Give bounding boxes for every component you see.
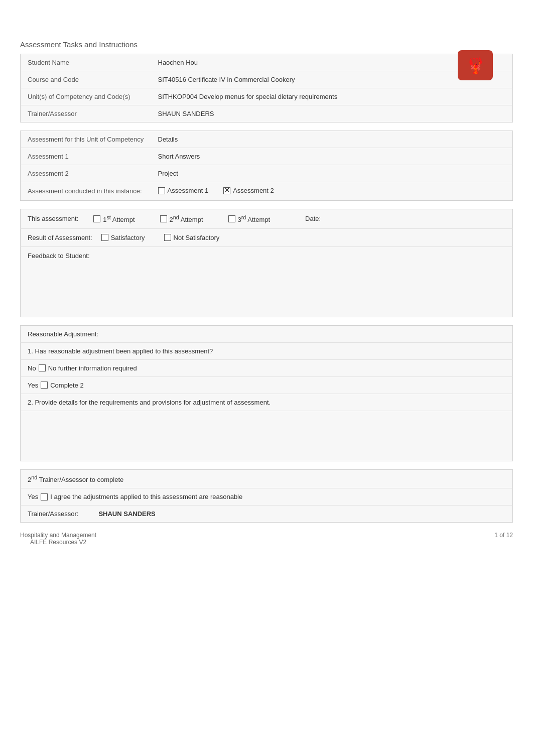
- trainer-section: 2nd Trainer/Assessor to complete Yes I a…: [20, 469, 513, 523]
- assess-checkbox[interactable]: ✕: [223, 187, 230, 194]
- attempt-section: This assessment: 1st Attempt 2nd Attempt…: [20, 209, 513, 317]
- assess-row: Assessment for this Unit of CompetencyDe…: [21, 131, 513, 148]
- info-label: Course and Code: [21, 71, 151, 88]
- trainer-agree-option[interactable]: Yes I agree the adjustments applied to t…: [28, 493, 242, 500]
- feedback-row: Feedback to Student:: [21, 246, 513, 317]
- assess-value: Details: [151, 131, 513, 148]
- assess-label: Assessment 2: [21, 165, 151, 182]
- footer-page: 1 of 12: [494, 532, 513, 546]
- assess-label: Assessment for this Unit of Competency: [21, 131, 151, 148]
- attempt-row: This assessment: 1st Attempt 2nd Attempt…: [21, 209, 513, 228]
- attempt-1-checkbox[interactable]: [93, 215, 100, 222]
- attempt-2[interactable]: 2nd Attempt: [160, 214, 203, 223]
- info-row: Course and CodeSIT40516 Certificate IV i…: [21, 71, 513, 88]
- assess-label: Assessment 1: [21, 148, 151, 165]
- info-label: Student Name: [21, 54, 151, 71]
- attempt-1-label: 1st Attempt: [103, 214, 135, 223]
- trainer-agree-checkbox[interactable]: [41, 493, 48, 500]
- result-label: Result of Assessment:: [28, 234, 92, 241]
- satisfactory-option[interactable]: Satisfactory: [101, 234, 145, 241]
- trainer-heading: 2nd Trainer/Assessor to complete: [28, 476, 123, 483]
- assess-value: Short Answers: [151, 148, 513, 165]
- trainer-name: SHAUN SANDERS: [98, 510, 155, 518]
- assess-row: Assessment 2Project: [21, 165, 513, 182]
- trainer-name-row: Trainer/Assessor: SHAUN SANDERS: [21, 506, 513, 523]
- not-satisfactory-option[interactable]: Not Satisfactory: [164, 234, 220, 241]
- attempt-3[interactable]: 3rd Attempt: [228, 214, 271, 223]
- ra-no-row: No No further information required: [21, 359, 513, 376]
- assess-row: Assessment 1Short Answers: [21, 148, 513, 165]
- info-row: Student NameHaochen Hou: [21, 54, 513, 71]
- ra-yes-option[interactable]: Yes Complete 2: [28, 382, 84, 389]
- assess-cb-assessment1[interactable]: Assessment 1: [158, 187, 209, 194]
- attempt-2-label: 2nd Attempt: [170, 214, 203, 223]
- trainer-agree-row: Yes I agree the adjustments applied to t…: [21, 488, 513, 506]
- ra-yes-checkbox[interactable]: [41, 382, 48, 389]
- ra-question2: 2. Provide details for the requirements …: [28, 399, 271, 406]
- assess-cb-assessment2[interactable]: ✕ Assessment 2: [223, 187, 274, 194]
- ra-q1-row: 1. Has reasonable adjustment been applie…: [21, 342, 513, 359]
- ra-question1: 1. Has reasonable adjustment been applie…: [28, 347, 213, 355]
- assess-cb-label: Assessment 1: [168, 187, 209, 194]
- ra-no-label: No: [28, 364, 36, 372]
- ra-no-info: No further information required: [48, 364, 137, 372]
- date-label: Date:: [305, 215, 321, 222]
- attempt-1[interactable]: 1st Attempt: [93, 214, 135, 223]
- ra-yes-complete: Complete 2: [50, 382, 83, 389]
- ra-no-checkbox[interactable]: [39, 364, 46, 371]
- not-satisfactory-label: Not Satisfactory: [174, 234, 220, 241]
- trainer-heading-row: 2nd Trainer/Assessor to complete: [21, 469, 513, 488]
- attempt-3-checkbox[interactable]: [228, 215, 235, 222]
- trainer-label: Trainer/Assessor:: [28, 510, 78, 518]
- page-title: Assessment Tasks and Instructions: [20, 40, 513, 49]
- logo-icon: 🦞: [458, 50, 493, 80]
- assess-checkbox[interactable]: [158, 187, 165, 194]
- info-row: Trainer/AssessorSHAUN SANDERS: [21, 105, 513, 122]
- satisfactory-label: Satisfactory: [111, 234, 145, 241]
- ra-details-row: [21, 411, 513, 461]
- ra-title-row: Reasonable Adjustment:: [21, 325, 513, 342]
- trainer-agree-text: I agree the adjustments applied to this …: [50, 493, 242, 500]
- attempt-3-label: 3rd Attempt: [238, 214, 271, 223]
- assess-value: Assessment 1 ✕ Assessment 2: [151, 182, 513, 201]
- satisfactory-checkbox[interactable]: [101, 234, 108, 241]
- trainer-yes-label: Yes: [28, 493, 38, 500]
- feedback-label: Feedback to Student:: [28, 252, 90, 260]
- info-label: Unit(s) of Competency and Code(s): [21, 88, 151, 105]
- info-label: Trainer/Assessor: [21, 105, 151, 122]
- ra-yes-row: Yes Complete 2: [21, 376, 513, 394]
- ra-q2-row: 2. Provide details for the requirements …: [21, 394, 513, 411]
- assess-value: Project: [151, 165, 513, 182]
- info-row: Unit(s) of Competency and Code(s)SITHKOP…: [21, 88, 513, 105]
- assessment-table: Assessment for this Unit of CompetencyDe…: [20, 131, 513, 201]
- assess-row: Assessment conducted in this instance: A…: [21, 182, 513, 201]
- footer: Hospitality and Management AILFE Resourc…: [20, 532, 513, 546]
- ra-title: Reasonable Adjustment:: [28, 330, 98, 338]
- ra-yes-label: Yes: [28, 382, 38, 389]
- attempt-2-checkbox[interactable]: [160, 215, 167, 222]
- assess-label: Assessment conducted in this instance:: [21, 182, 151, 201]
- result-row: Result of Assessment: Satisfactory Not S…: [21, 228, 513, 246]
- ra-no-option[interactable]: No No further information required: [28, 364, 137, 372]
- this-assessment-label: This assessment:: [28, 215, 78, 222]
- assess-cb-label: Assessment 2: [233, 187, 274, 194]
- footer-org: Hospitality and Management AILFE Resourc…: [20, 532, 96, 546]
- info-value: SHAUN SANDERS: [151, 105, 513, 122]
- reasonable-adjustment-section: Reasonable Adjustment: 1. Has reasonable…: [20, 325, 513, 461]
- info-value: SITHKOP004 Develop menus for special die…: [151, 88, 513, 105]
- info-table: Student NameHaochen HouCourse and CodeSI…: [20, 54, 513, 122]
- not-satisfactory-checkbox[interactable]: [164, 234, 171, 241]
